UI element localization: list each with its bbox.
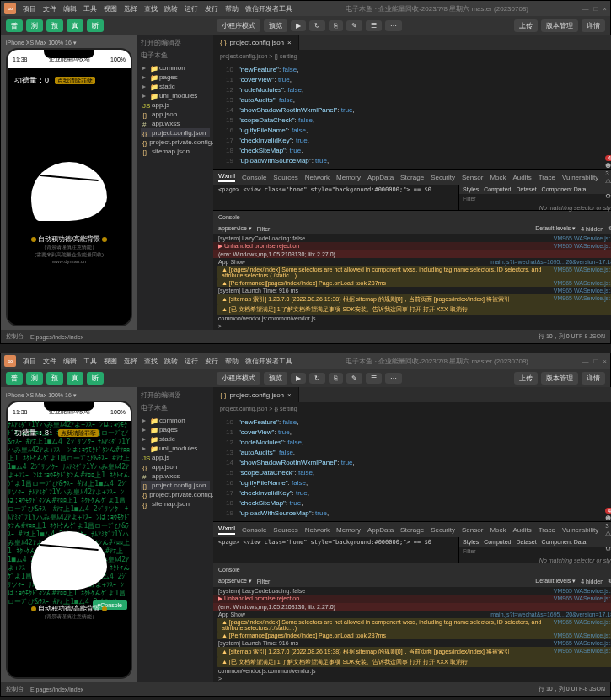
toolbar-btn-2[interactable]: 测 <box>26 19 43 32</box>
console-line[interactable]: [system] LazyCodeLoading: falseVM965 WAS… <box>213 234 611 242</box>
error-badge[interactable]: 4 <box>605 508 611 514</box>
file-app.js[interactable]: JSapp.js <box>141 453 210 462</box>
edit-icon[interactable]: ✎ <box>346 373 362 384</box>
devtools-tab-security[interactable]: Security <box>431 526 455 534</box>
devtools-tab-sensor[interactable]: Sensor <box>462 526 483 534</box>
tab-close-icon[interactable]: × <box>287 391 292 399</box>
devtools-tab-network[interactable]: Network <box>305 174 330 181</box>
menu-file[interactable]: 文件 <box>43 4 56 13</box>
win-close-icon[interactable]: × <box>603 5 607 13</box>
toolbar-btn-3[interactable]: 预 <box>46 19 63 32</box>
devtools-tab-appdata[interactable]: AppData <box>367 526 394 534</box>
file-common[interactable]: 📁common <box>141 63 210 73</box>
file-app.json[interactable]: {}app.json <box>141 462 210 471</box>
console-line[interactable]: ▲ [sitemap 索引] 1.23.7.0 (2022.08.26 19:3… <box>217 294 611 304</box>
toggle-dot2-icon[interactable] <box>102 606 107 611</box>
toggle-dot-icon[interactable] <box>31 606 36 611</box>
file-uni_modules[interactable]: 📁uni_modules <box>141 444 210 453</box>
devtools-tab-sources[interactable]: Sources <box>273 526 297 534</box>
error-badge[interactable]: 4 <box>605 155 611 161</box>
wooden-fish-icon[interactable] <box>31 162 107 221</box>
devtools-tab-mock[interactable]: Mock <box>490 526 506 534</box>
devtools-tab-trace[interactable]: Trace <box>539 174 555 181</box>
copy-icon[interactable]: ⎘ <box>329 373 343 384</box>
styles-filter[interactable]: Filter <box>459 194 611 203</box>
file-pages[interactable]: 📁pages <box>141 425 210 434</box>
devtools-tab-trace[interactable]: Trace <box>539 526 555 534</box>
console-levels[interactable]: Default levels ▾ <box>535 225 576 232</box>
devtools-tab-memory[interactable]: Memory <box>336 174 361 181</box>
devtools-tab-audits[interactable]: Audits <box>513 526 532 534</box>
menu-release[interactable]: 发行 <box>205 4 218 13</box>
file-app.js[interactable]: JSapp.js <box>141 100 210 110</box>
console-line[interactable]: ▶ Unhandled promise rejectionVM965 WASer… <box>213 242 611 250</box>
console-line[interactable]: ▶ Unhandled promise rejectionVM965 WASer… <box>213 595 611 603</box>
devtools-tab-sensor[interactable]: Sensor <box>462 174 483 181</box>
file-app.wxss[interactable]: #app.wxss <box>141 119 210 128</box>
styles-tab[interactable]: Styles <box>463 186 479 192</box>
toolbar-btn-5[interactable]: 断 <box>87 19 104 32</box>
refresh-icon[interactable]: ↻ <box>309 373 325 384</box>
menu-icon[interactable]: ☰ <box>366 20 382 31</box>
file-project.config.json[interactable]: {}project.config.json <box>141 481 210 490</box>
file-sitemap.json[interactable]: {}sitemap.json <box>141 499 210 509</box>
more-icon[interactable]: ⋯ <box>385 20 402 31</box>
win-min-icon[interactable]: — <box>582 5 588 13</box>
toolbar-btn-4[interactable]: 真 <box>67 19 83 32</box>
menu-goto[interactable]: 跳转 <box>164 4 178 13</box>
toggle-dot2-icon[interactable] <box>102 237 107 242</box>
win-max-icon[interactable]: □ <box>593 358 598 365</box>
devtools-tab-appdata[interactable]: AppData <box>367 174 394 181</box>
toggle-dot-icon[interactable] <box>31 237 36 242</box>
console-line[interactable]: [system] Launch Time: 916 msVM965 WAServ… <box>213 639 611 647</box>
refresh-icon[interactable]: ↻ <box>309 20 325 31</box>
devtools-tab-vulnerability[interactable]: Vulnerability <box>562 526 598 534</box>
console-line[interactable]: common/vendor.js:common/vendor.js <box>213 315 611 322</box>
devtools-tab-security[interactable]: Security <box>431 174 455 181</box>
devtools-tab-console[interactable]: Console <box>242 526 266 534</box>
menu-run[interactable]: 运行 <box>185 4 198 13</box>
menu-tools[interactable]: 工具 <box>83 4 97 13</box>
devtools-tab-wxml[interactable]: Wxml <box>218 525 235 535</box>
status-left[interactable]: 控制台 <box>6 332 24 341</box>
file-project.private.config.json[interactable]: {}project.private.config.json <box>141 490 210 499</box>
console-line[interactable]: ▲ [sitemap 索引] 1.23.7.0 (2022.08.26 19:3… <box>217 647 611 657</box>
devtools-tab-sources[interactable]: Sources <box>273 174 297 181</box>
menu-edit[interactable]: 编辑 <box>63 4 77 13</box>
file-app.wxss[interactable]: #app.wxss <box>141 471 210 481</box>
devtools-tab-network[interactable]: Network <box>305 526 330 534</box>
play-icon[interactable]: ▶ <box>291 20 306 31</box>
menu-view[interactable]: 视图 <box>104 4 117 13</box>
console-context[interactable]: appservice ▾ <box>218 225 252 232</box>
tab-project-config[interactable]: { }project.config.json× <box>213 35 299 50</box>
console-line[interactable]: ▲ [pages/index/index] Some selectors are… <box>217 618 611 632</box>
device-selector[interactable]: iPhone XS Max 100% 16 ▾ <box>6 40 132 46</box>
devtools-tab-storage[interactable]: Storage <box>400 174 424 181</box>
devtools-tab-console[interactable]: Console <box>242 174 266 181</box>
devtools-tab-wxml[interactable]: Wxml <box>218 172 235 182</box>
console-line[interactable]: ▲ [pages/index/index] Some selectors are… <box>217 266 611 279</box>
menu-help[interactable]: 帮助 <box>225 4 239 13</box>
console-line[interactable]: App Showmain.js?t=wechat&s=1695…20&versi… <box>213 258 611 266</box>
menu-select[interactable]: 选择 <box>124 4 137 13</box>
file-pages[interactable]: 📁pages <box>141 73 210 82</box>
version-button[interactable]: 版本管理 <box>541 19 578 32</box>
file-project.config.json[interactable]: {}project.config.json <box>141 128 210 137</box>
warn-badge[interactable]: 点我清除罪孽 <box>55 77 95 84</box>
edit-icon[interactable]: ✎ <box>346 20 362 31</box>
win-close-icon[interactable]: × <box>603 358 607 365</box>
more-icon[interactable]: ⋯ <box>385 373 402 384</box>
elements-tree[interactable]: <page> <view class="home" style="backgro… <box>213 185 458 210</box>
menu-project[interactable]: 项目 <box>23 4 36 13</box>
console-line[interactable]: [system] LazyCodeLoading: falseVM965 WAS… <box>213 587 611 595</box>
compdata-tab[interactable]: Component Data <box>542 186 587 192</box>
file-app.json[interactable]: {}app.json <box>141 110 210 119</box>
devtools-tab-storage[interactable]: Storage <box>400 526 424 534</box>
console-line[interactable]: > <box>213 675 611 682</box>
console-line[interactable]: (env: Windows,mp,1.05.2108130; lib: 2.27… <box>213 250 611 258</box>
console-line[interactable]: ▲ [已 文档希望满足] 1.了解文档希望满足事项 SDK安装、告诉我这回事 打… <box>217 657 611 667</box>
devtools-tab-mock[interactable]: Mock <box>490 174 506 181</box>
mode-pill[interactable]: 小程序模式 <box>217 19 260 32</box>
win-min-icon[interactable]: — <box>582 358 588 365</box>
dataset-tab[interactable]: Dataset <box>516 186 536 192</box>
